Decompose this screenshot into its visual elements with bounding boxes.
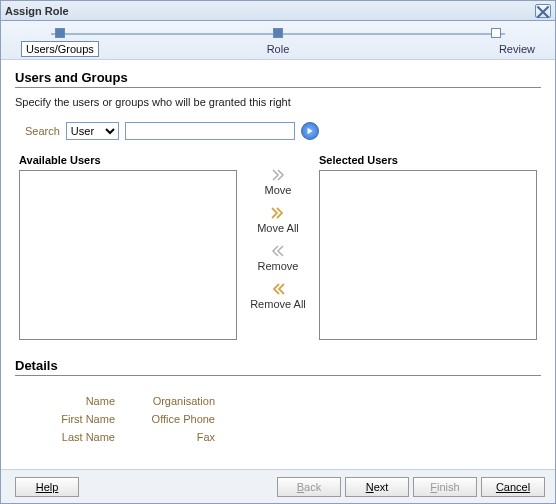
search-type-select[interactable]: User Group <box>66 122 119 140</box>
field-organisation: Organisation <box>125 392 225 410</box>
move-label: Move <box>265 184 292 196</box>
footer-bar: Help Back Next Finish Cancel <box>1 469 555 503</box>
finish-button[interactable]: Finish <box>413 477 477 497</box>
move-all-button[interactable] <box>269 206 287 220</box>
move-button[interactable] <box>269 168 287 182</box>
chevron-right-icon <box>270 169 286 181</box>
remove-label: Remove <box>258 260 299 272</box>
close-icon <box>536 5 550 19</box>
details-col1: Name First Name Last Name <box>25 392 125 446</box>
help-button[interactable]: Help <box>15 477 79 497</box>
wizard-labels: Users/Groups Role Review <box>21 43 535 55</box>
remove-all-button[interactable] <box>269 282 287 296</box>
wizard-step-box-2 <box>273 28 283 38</box>
wizard-step-role[interactable]: Role <box>192 43 363 55</box>
available-label: Available Users <box>19 154 237 166</box>
available-listbox[interactable] <box>19 170 237 340</box>
selected-column: Selected Users <box>319 154 537 340</box>
assign-role-dialog: Assign Role Users/Groups Role Review Use… <box>0 0 556 504</box>
move-buttons-column: Move Move All Remove Remove All <box>245 154 311 318</box>
search-go-button[interactable] <box>301 122 319 140</box>
wizard-track-row <box>51 27 505 41</box>
details-col2: Organisation Office Phone Fax <box>125 392 225 446</box>
remove-button[interactable] <box>269 244 287 258</box>
wizard-step-users-groups[interactable]: Users/Groups <box>21 43 192 55</box>
double-chevron-right-icon <box>270 207 286 219</box>
search-input[interactable] <box>125 122 295 140</box>
content-area: Users and Groups Specify the users or gr… <box>1 60 555 446</box>
wizard-bar: Users/Groups Role Review <box>1 21 555 60</box>
heading-divider <box>15 87 541 88</box>
instruction-text: Specify the users or groups who will be … <box>15 96 541 108</box>
search-label: Search <box>25 125 60 137</box>
details-section: Details Name First Name Last Name Organi… <box>15 358 541 446</box>
selected-listbox[interactable] <box>319 170 537 340</box>
move-all-label: Move All <box>257 222 299 234</box>
next-button[interactable]: Next <box>345 477 409 497</box>
close-button[interactable] <box>535 4 551 18</box>
wizard-step-box-1 <box>55 28 65 38</box>
field-fax: Fax <box>125 428 225 446</box>
details-divider <box>15 375 541 376</box>
chevron-left-icon <box>270 245 286 257</box>
available-column: Available Users <box>19 154 237 340</box>
wizard-step-review[interactable]: Review <box>364 43 535 55</box>
field-office-phone: Office Phone <box>125 410 225 428</box>
details-grid: Name First Name Last Name Organisation O… <box>15 384 541 446</box>
search-row: Search User Group <box>15 122 541 140</box>
lists-row: Available Users Move Move All Remove <box>15 154 541 340</box>
selected-label: Selected Users <box>319 154 537 166</box>
wizard-step-box-3 <box>491 28 501 38</box>
dialog-title: Assign Role <box>5 5 535 17</box>
double-chevron-left-icon <box>270 283 286 295</box>
page-heading: Users and Groups <box>15 70 541 85</box>
back-button[interactable]: Back <box>277 477 341 497</box>
cancel-button[interactable]: Cancel <box>481 477 545 497</box>
play-icon <box>306 127 314 135</box>
titlebar: Assign Role <box>1 1 555 21</box>
details-heading: Details <box>15 358 541 373</box>
field-last-name: Last Name <box>25 428 125 446</box>
remove-all-label: Remove All <box>250 298 306 310</box>
field-first-name: First Name <box>25 410 125 428</box>
field-name: Name <box>25 392 125 410</box>
